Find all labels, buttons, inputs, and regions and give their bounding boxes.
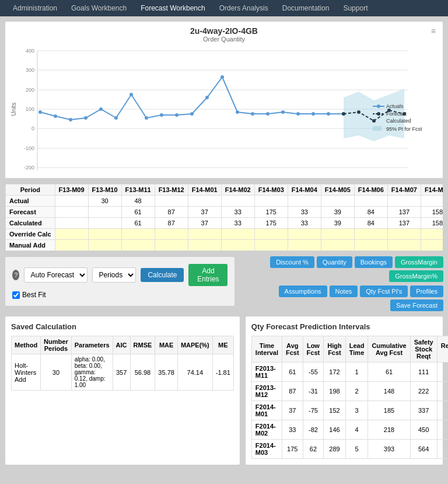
row-label-calculated: Calculated: [6, 218, 55, 229]
fcst-high-3: 146: [324, 420, 345, 440]
row-label-actual: Actual: [6, 196, 55, 207]
fcst-col-cum: Cumulative Avg Fcst: [368, 336, 410, 363]
fcst-col-high: High Fcst: [324, 336, 345, 363]
fcst-avg-0: 61: [282, 363, 303, 382]
qty-forecast-card: Qty Forecast Prediction Intervals Time I…: [245, 316, 443, 465]
controls-left: ? Auto Forecast Manual Periods Calculate…: [5, 256, 235, 307]
col-header-f14m04: F14-M04: [288, 184, 321, 196]
forecast-table: Time Interval Avg Fcst Low Fcst High Fcs…: [251, 336, 448, 459]
col-header-f14m05: F14-M05: [321, 184, 354, 196]
saved-calc-title: Saved Calculation: [11, 322, 234, 331]
fcst-cum-0: 61: [368, 363, 410, 382]
calc-col-mape: MAPE(%): [177, 336, 212, 354]
svg-point-23: [160, 113, 163, 117]
notes-button[interactable]: Notes: [330, 285, 358, 297]
fcst-row-2: F2014-M01 37 -75 152 3 185 337 522: [251, 401, 448, 420]
svg-point-25: [190, 112, 194, 116]
row-label-override: Override Calc: [6, 229, 55, 240]
svg-text:F12-M01: F12-M01: [47, 173, 64, 173]
qty-fcst-pi-button[interactable]: Qty Fcst PI's: [360, 285, 408, 297]
periods-select[interactable]: Periods: [92, 267, 136, 283]
svg-text:-100: -100: [24, 145, 34, 151]
fcst-safety-3: 450: [410, 420, 437, 440]
best-fit-label: Best Fit: [22, 291, 46, 299]
chart-svg: Units 400 300 200 100 0: [10, 45, 438, 173]
data-table: Period F13-M09 F13-M10 F13-M11 F13-M12 F…: [5, 184, 443, 251]
col-header-f13m10: F13-M10: [88, 184, 121, 196]
calculate-button[interactable]: Calculate: [141, 268, 184, 282]
nav-administration[interactable]: Administration: [6, 1, 64, 16]
chart-subtitle: Order Quantity: [10, 36, 438, 43]
svg-point-18: [84, 116, 88, 120]
col-header-f14m07: F14-M07: [387, 184, 421, 196]
svg-point-30: [266, 112, 270, 116]
gross-margin-button[interactable]: GrossMargin: [395, 256, 443, 268]
fcst-high-2: 152: [324, 401, 345, 420]
add-entries-button[interactable]: Add Entries: [188, 264, 228, 286]
svg-text:F12-M11: F12-M11: [123, 173, 139, 173]
svg-text:300: 300: [26, 67, 34, 73]
svg-text:F13-M07: F13-M07: [184, 173, 200, 173]
discount-pct-button[interactable]: Discount %: [270, 256, 314, 268]
svg-text:F11-M11: F11-M11: [32, 173, 48, 173]
fcst-high-1: 198: [324, 382, 345, 401]
svg-point-29: [251, 112, 254, 116]
nav-support[interactable]: Support: [336, 1, 374, 16]
svg-point-28: [236, 110, 239, 114]
svg-point-19: [99, 107, 103, 111]
help-icon[interactable]: ?: [12, 270, 19, 280]
controls-right: Discount % Quantity Bookings GrossMargin…: [240, 256, 443, 311]
svg-point-33: [312, 112, 315, 116]
nav-orders-analysis[interactable]: Orders Analysis: [212, 1, 275, 16]
fcst-lead-0: 1: [345, 363, 368, 382]
calc-col-mae: MAE: [155, 336, 178, 354]
navbar: Administration Goals Workbench Forecast …: [0, 0, 448, 16]
quantity-button[interactable]: Quantity: [317, 256, 352, 268]
fcst-reorder-1: 370: [437, 382, 448, 401]
y-axis-label: Units: [10, 103, 17, 116]
calc-rmse: 56.98: [130, 354, 155, 391]
col-header-period: Period: [6, 184, 55, 196]
calc-col-aic: AIC: [113, 336, 130, 354]
fcst-high-4: 289: [324, 440, 345, 459]
forecast-type-select[interactable]: Auto Forecast Manual: [24, 267, 88, 283]
profiles-button[interactable]: Profiles: [410, 285, 443, 297]
nav-documentation[interactable]: Documentation: [275, 1, 337, 16]
nav-goals-workbench[interactable]: Goals Workbench: [64, 1, 134, 16]
gross-margin-pct-button[interactable]: GrossMargin%: [389, 270, 443, 282]
fcst-row-4: F2014-M03 175 62 289 5 393 564 957: [251, 440, 448, 459]
chart-menu-icon[interactable]: ≡: [431, 26, 436, 36]
fcst-cum-3: 218: [368, 420, 410, 440]
best-fit-checkbox[interactable]: [12, 291, 20, 299]
nav-forecast-workbench[interactable]: Forecast Workbench: [134, 1, 212, 16]
svg-text:F12-M07: F12-M07: [93, 173, 109, 173]
svg-text:F13-M09: F13-M09: [199, 173, 215, 173]
fcst-reorder-2: 522: [437, 401, 448, 420]
svg-text:95% PI for Fcst: 95% PI for Fcst: [386, 126, 422, 132]
calc-mae: 35.78: [155, 354, 178, 391]
fcst-low-4: 62: [303, 440, 324, 459]
calc-params: alpha: 0.00, beta: 0.00, gamma: 0.12, da…: [71, 354, 113, 391]
calc-aic: 357: [113, 354, 130, 391]
bookings-button[interactable]: Bookings: [355, 256, 393, 268]
assumptions-button[interactable]: Assumptions: [279, 285, 327, 297]
col-header-f13m12: F13-M12: [155, 184, 188, 196]
svg-point-36: [342, 112, 345, 116]
fcst-col-lead: Lead Time: [345, 336, 368, 363]
data-table-wrapper: Period F13-M09 F13-M10 F13-M11 F13-M12 F…: [5, 183, 443, 252]
saved-calc-table: Method Number Periods Parameters AIC RMS…: [11, 336, 234, 391]
save-forecast-button[interactable]: Save Forecast: [390, 300, 443, 311]
svg-text:Calculated: Calculated: [386, 118, 411, 124]
fcst-interval-3: F2014-M02: [251, 420, 282, 440]
calc-method: Holt-Winters Add: [12, 354, 41, 391]
fcst-safety-1: 222: [410, 382, 437, 401]
fcst-cum-4: 393: [368, 440, 410, 459]
fcst-col-interval: Time Interval: [251, 336, 282, 363]
svg-text:F13-M11: F13-M11: [214, 173, 230, 173]
calc-periods: 30: [41, 354, 72, 391]
svg-text:F14-M03: F14-M03: [244, 173, 261, 173]
svg-text:Actuals: Actuals: [386, 103, 404, 109]
table-row-override: Override Calc: [6, 229, 444, 240]
fcst-avg-1: 87: [282, 382, 303, 401]
svg-point-38: [372, 119, 376, 123]
